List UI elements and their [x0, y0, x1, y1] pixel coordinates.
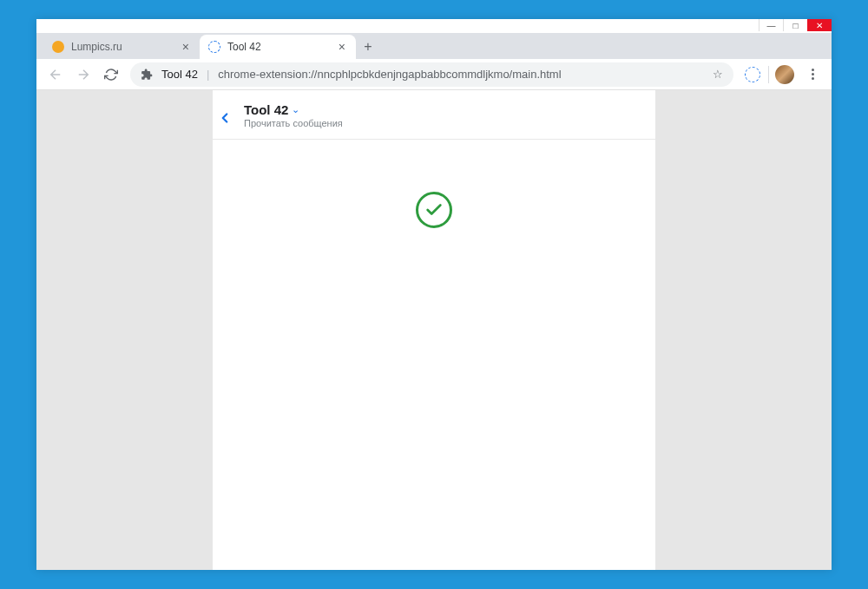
avatar [775, 65, 794, 84]
tool42-extension-icon [745, 67, 760, 82]
menu-button[interactable] [800, 62, 825, 87]
window-titlebar: — □ ✕ [36, 19, 832, 33]
tab-title: Tool 42 [227, 41, 330, 53]
forward-button[interactable] [71, 62, 95, 87]
address-bar: Tool 42 | chrome-extension://nncphlpcbkd… [36, 59, 832, 90]
reload-button[interactable] [99, 62, 123, 87]
omnibox[interactable]: Tool 42 | chrome-extension://nncphlpcbkd… [130, 62, 733, 87]
tab-tool42[interactable]: Tool 42 × [200, 35, 356, 59]
checkmark-icon [424, 200, 444, 219]
favicon-icon [208, 41, 220, 53]
window-controls: — □ ✕ [759, 19, 832, 31]
toolbar-divider [768, 66, 769, 83]
browser-window: — □ ✕ Lumpics.ru × Tool 42 × + Tool 42 [36, 19, 832, 570]
tab-strip: Lumpics.ru × Tool 42 × + [36, 33, 832, 59]
close-window-button[interactable]: ✕ [807, 19, 832, 31]
arrow-left-icon [48, 67, 63, 82]
viewport: Tool 42 ⌄ Прочитать сообщения [36, 90, 832, 570]
success-indicator-area [213, 140, 655, 228]
extension-toolbar-button[interactable] [740, 62, 765, 87]
page-subtitle: Прочитать сообщения [244, 118, 343, 128]
page-back-button[interactable] [213, 106, 237, 130]
maximize-button[interactable]: □ [783, 19, 807, 31]
page-header-text: Tool 42 ⌄ Прочитать сообщения [244, 102, 343, 128]
omnibox-site-title: Tool 42 [161, 68, 198, 81]
chevron-down-icon: ⌄ [292, 104, 299, 115]
success-checkmark-icon [416, 192, 452, 228]
omnibox-separator: | [207, 68, 209, 81]
reload-icon [104, 68, 118, 82]
close-tab-icon[interactable]: × [181, 40, 191, 54]
chevron-left-icon [217, 110, 233, 126]
new-tab-button[interactable]: + [356, 35, 380, 59]
tab-lumpics[interactable]: Lumpics.ru × [43, 35, 200, 59]
favicon-icon [52, 41, 64, 53]
close-tab-icon[interactable]: × [337, 40, 347, 54]
bookmark-star-icon[interactable]: ☆ [713, 68, 723, 81]
minimize-button[interactable]: — [759, 19, 783, 31]
tab-title: Lumpics.ru [71, 41, 174, 53]
extension-icon [141, 69, 153, 81]
page-title-row[interactable]: Tool 42 ⌄ [244, 102, 343, 117]
back-button[interactable] [43, 62, 68, 87]
kebab-menu-icon [812, 69, 814, 80]
omnibox-url: chrome-extension://nncphlpcbkdenjngapbab… [218, 68, 704, 81]
extension-page: Tool 42 ⌄ Прочитать сообщения [213, 90, 655, 570]
profile-avatar-button[interactable] [773, 62, 797, 87]
page-title: Tool 42 [244, 102, 288, 117]
arrow-right-icon [76, 67, 91, 82]
page-header: Tool 42 ⌄ Прочитать сообщения [213, 102, 655, 140]
